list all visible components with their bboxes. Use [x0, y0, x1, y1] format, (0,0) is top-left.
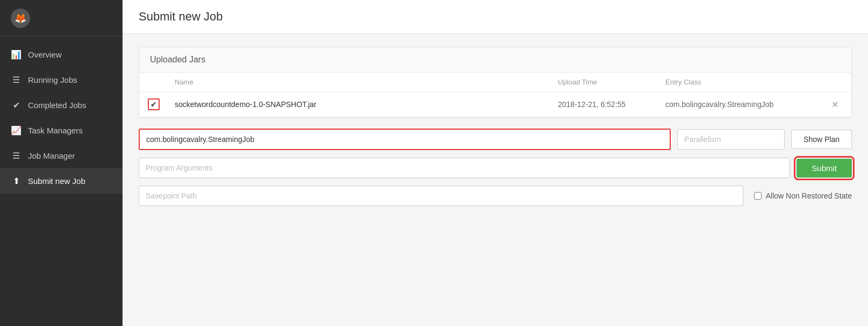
- table-header: Name Upload Time Entry Class: [139, 73, 851, 92]
- page-title: Submit new Job: [139, 10, 223, 23]
- savepoint-row: Allow Non Restored State: [139, 186, 852, 206]
- completed-jobs-icon: ✔: [11, 100, 21, 110]
- sidebar-item-completed-jobs[interactable]: ✔ Completed Jobs: [0, 93, 123, 118]
- jar-name: socketwordcountdemo-1.0-SNAPSHOT.jar: [175, 100, 558, 109]
- sidebar-item-overview[interactable]: 📊 Overview: [0, 42, 123, 67]
- sidebar-item-submit-new-job[interactable]: ⬆ Submit new Job: [0, 168, 123, 194]
- sidebar-item-label-overview: Overview: [28, 50, 62, 59]
- sidebar-item-job-manager[interactable]: ☰ Job Manager: [0, 143, 123, 168]
- header-entry-class: Entry Class: [665, 78, 827, 86]
- main-content: Submit new Job Uploaded Jars Name Upload…: [123, 0, 868, 326]
- show-plan-button[interactable]: Show Plan: [791, 130, 852, 149]
- page-header: Submit new Job: [123, 0, 868, 34]
- program-args-row: Submit: [139, 158, 852, 178]
- sidebar: 🦊 📊 Overview ☰ Running Jobs ✔ Completed …: [0, 0, 123, 326]
- sidebar-item-label-completed-jobs: Completed Jobs: [28, 101, 86, 110]
- uploaded-jars-panel: Uploaded Jars Name Upload Time Entry Cla…: [139, 47, 852, 118]
- table-row: ✔ socketwordcountdemo-1.0-SNAPSHOT.jar 2…: [139, 92, 851, 117]
- checkmark-icon: ✔: [150, 100, 157, 109]
- entry-class-row: Show Plan: [139, 129, 852, 150]
- page-content: Uploaded Jars Name Upload Time Entry Cla…: [123, 34, 868, 219]
- header-name: Name: [175, 78, 558, 86]
- sidebar-item-task-managers[interactable]: 📈 Task Managers: [0, 118, 123, 143]
- job-manager-icon: ☰: [11, 151, 21, 161]
- sidebar-item-label-running-jobs: Running Jobs: [28, 75, 77, 84]
- allow-non-restored-label: Allow Non Restored State: [766, 192, 852, 200]
- panel-title: Uploaded Jars: [139, 47, 851, 73]
- jar-entry-class: com.bolingcavalry.StreamingJob: [665, 100, 827, 109]
- sidebar-item-label-job-manager: Job Manager: [28, 151, 75, 160]
- sidebar-item-running-jobs[interactable]: ☰ Running Jobs: [0, 67, 123, 93]
- jar-delete-button[interactable]: ✕: [827, 100, 843, 110]
- jar-upload-time: 2018-12-21, 6:52:55: [558, 100, 665, 109]
- sidebar-nav: 📊 Overview ☰ Running Jobs ✔ Completed Jo…: [0, 37, 123, 326]
- form-section: Show Plan Submit Allow Non Restored Stat…: [139, 129, 852, 206]
- allow-restore-wrapper: Allow Non Restored State: [754, 192, 852, 200]
- submit-button[interactable]: Submit: [797, 159, 852, 178]
- sidebar-item-label-submit-new-job: Submit new Job: [28, 176, 85, 186]
- task-managers-icon: 📈: [11, 125, 21, 136]
- submit-new-job-icon: ⬆: [11, 176, 21, 186]
- entry-class-input[interactable]: [139, 129, 671, 150]
- row-checkbox-wrapper: ✔: [148, 98, 175, 110]
- header-upload-time: Upload Time: [558, 78, 665, 86]
- savepoint-path-input[interactable]: [139, 186, 743, 206]
- program-args-input[interactable]: [139, 158, 790, 178]
- jar-checkbox[interactable]: ✔: [148, 98, 160, 110]
- allow-non-restored-checkbox[interactable]: [754, 192, 762, 200]
- logo-icon: 🦊: [11, 9, 30, 28]
- running-jobs-icon: ☰: [11, 75, 21, 85]
- sidebar-logo: 🦊: [0, 0, 123, 37]
- sidebar-item-label-task-managers: Task Managers: [28, 126, 83, 135]
- parallelism-input[interactable]: [677, 129, 785, 150]
- overview-icon: 📊: [11, 49, 21, 60]
